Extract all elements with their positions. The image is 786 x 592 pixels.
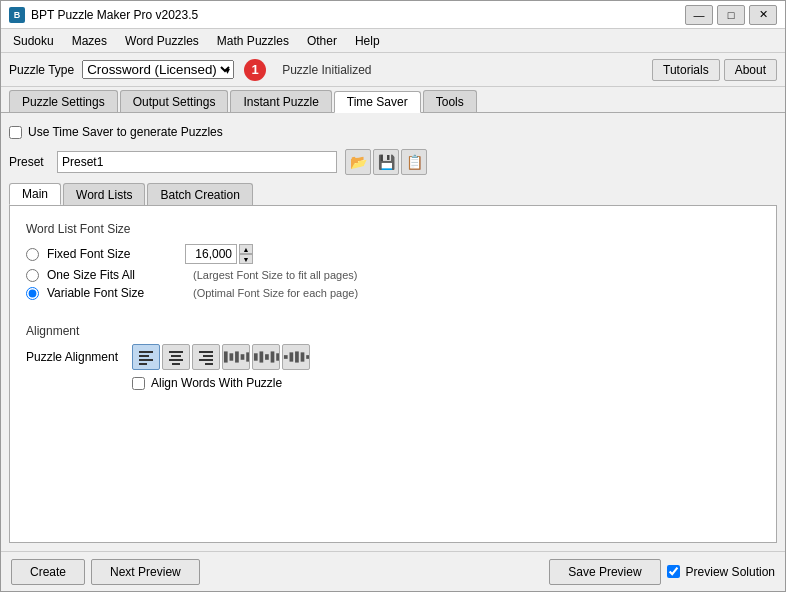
spinner-up-button[interactable]: ▲ — [239, 244, 253, 254]
svg-rect-7 — [172, 363, 180, 365]
preview-solution-checkbox[interactable] — [667, 565, 680, 578]
spinner-down-button[interactable]: ▼ — [239, 254, 253, 264]
svg-rect-5 — [171, 355, 181, 357]
one-size-row: One Size Fits All (Largest Font Size to … — [26, 268, 406, 282]
svg-rect-15 — [241, 354, 245, 360]
svg-rect-21 — [276, 353, 279, 360]
title-bar: B BPT Puzzle Maker Pro v2023.5 — □ ✕ — [1, 1, 785, 29]
align-words-label: Align Words With Puzzle — [151, 376, 282, 390]
preset-label: Preset — [9, 155, 49, 169]
svg-rect-1 — [139, 355, 149, 357]
puzzle-type-label: Puzzle Type — [9, 63, 74, 77]
content-area: Use Time Saver to generate Puzzles Prese… — [1, 113, 785, 551]
align-bar3-button[interactable] — [282, 344, 310, 370]
align-bar2-button[interactable] — [252, 344, 280, 370]
create-button[interactable]: Create — [11, 559, 85, 585]
menu-sudoku[interactable]: Sudoku — [5, 32, 62, 50]
svg-rect-10 — [199, 359, 213, 361]
align-bar1-button[interactable] — [222, 344, 250, 370]
svg-rect-4 — [169, 351, 183, 353]
tab-output-settings[interactable]: Output Settings — [120, 90, 229, 112]
fixed-font-size-radio[interactable] — [26, 248, 39, 261]
timesaver-row: Use Time Saver to generate Puzzles — [9, 121, 777, 145]
preset-input[interactable] — [57, 151, 337, 173]
svg-rect-20 — [271, 351, 275, 362]
inner-tabs-wrapper: Main Word Lists Batch Creation Word List… — [9, 183, 777, 543]
menu-mazes[interactable]: Mazes — [64, 32, 115, 50]
tab-puzzle-settings[interactable]: Puzzle Settings — [9, 90, 118, 112]
fixed-font-size-label: Fixed Font Size — [47, 247, 177, 261]
svg-rect-18 — [260, 351, 264, 362]
font-size-value-input[interactable] — [185, 244, 237, 264]
tabs-row: Puzzle Settings Output Settings Instant … — [1, 87, 785, 113]
close-button[interactable]: ✕ — [749, 5, 777, 25]
svg-rect-24 — [295, 351, 299, 362]
timesaver-checkbox[interactable] — [9, 126, 22, 139]
inner-tab-batch-creation[interactable]: Batch Creation — [147, 183, 252, 205]
word-list-font-size-title: Word List Font Size — [26, 222, 406, 236]
font-size-input-group: ▲ ▼ — [185, 244, 253, 264]
inner-tabs: Main Word Lists Batch Creation — [9, 183, 777, 206]
alignment-section: Alignment Puzzle Alignment — [26, 324, 760, 390]
svg-rect-19 — [265, 354, 269, 360]
optimal-font-hint: (Optimal Font Size for each page) — [193, 287, 358, 299]
align-words-checkbox[interactable] — [132, 377, 145, 390]
minimize-button[interactable]: — — [685, 5, 713, 25]
main-panel: Word List Font Size Fixed Font Size ▲ ▼ — [9, 206, 777, 543]
svg-rect-2 — [139, 359, 153, 361]
tab-time-saver[interactable]: Time Saver — [334, 91, 421, 113]
variable-font-size-label: Variable Font Size — [47, 286, 177, 300]
preset-saveas-button[interactable]: 📋 — [401, 149, 427, 175]
menu-help[interactable]: Help — [347, 32, 388, 50]
alignment-title: Alignment — [26, 324, 760, 338]
puzzle-type-select[interactable]: Crossword (Licensed) Word Search Sudoku … — [82, 60, 234, 79]
svg-rect-26 — [306, 355, 309, 359]
variable-font-size-row: Variable Font Size (Optimal Font Size fo… — [26, 286, 406, 300]
menu-other[interactable]: Other — [299, 32, 345, 50]
timesaver-label: Use Time Saver to generate Puzzles — [28, 125, 223, 139]
preset-save-button[interactable]: 💾 — [373, 149, 399, 175]
variable-font-size-radio[interactable] — [26, 287, 39, 300]
puzzle-initialized-label: Puzzle Initialized — [282, 63, 371, 77]
svg-rect-13 — [230, 353, 234, 360]
maximize-button[interactable]: □ — [717, 5, 745, 25]
svg-rect-17 — [254, 353, 258, 360]
font-size-section: Word List Font Size Fixed Font Size ▲ ▼ — [26, 222, 760, 304]
about-button[interactable]: About — [724, 59, 777, 81]
app-icon: B — [9, 7, 25, 23]
app-title: BPT Puzzle Maker Pro v2023.5 — [31, 8, 198, 22]
inner-tab-main[interactable]: Main — [9, 183, 61, 205]
tab-instant-puzzle[interactable]: Instant Puzzle — [230, 90, 331, 112]
menu-word-puzzles[interactable]: Word Puzzles — [117, 32, 207, 50]
tutorials-button[interactable]: Tutorials — [652, 59, 720, 81]
preview-solution-label: Preview Solution — [686, 565, 775, 579]
svg-rect-11 — [205, 363, 213, 365]
svg-rect-22 — [284, 355, 288, 359]
preview-solution-row: Preview Solution — [667, 565, 775, 579]
fixed-font-size-row: Fixed Font Size ▲ ▼ — [26, 244, 406, 264]
puzzle-alignment-label: Puzzle Alignment — [26, 350, 126, 364]
align-center-button[interactable] — [162, 344, 190, 370]
tab-tools[interactable]: Tools — [423, 90, 477, 112]
puzzle-alignment-row: Puzzle Alignment — [26, 344, 760, 370]
preset-open-button[interactable]: 📂 — [345, 149, 371, 175]
preset-icons: 📂 💾 📋 — [345, 149, 427, 175]
menu-math-puzzles[interactable]: Math Puzzles — [209, 32, 297, 50]
toolbar-right: Tutorials About — [652, 59, 777, 81]
svg-rect-0 — [139, 351, 153, 353]
align-words-row: Align Words With Puzzle — [26, 376, 760, 390]
svg-rect-14 — [235, 351, 239, 362]
window-controls: — □ ✕ — [685, 5, 777, 25]
one-size-radio[interactable] — [26, 269, 39, 282]
next-preview-button[interactable]: Next Preview — [91, 559, 200, 585]
svg-rect-8 — [199, 351, 213, 353]
align-right-button[interactable] — [192, 344, 220, 370]
save-preview-button[interactable]: Save Preview — [549, 559, 660, 585]
puzzle-type-select-wrapper: Crossword (Licensed) Word Search Sudoku … — [82, 60, 234, 79]
menu-bar: Sudoku Mazes Word Puzzles Math Puzzles O… — [1, 29, 785, 53]
svg-rect-3 — [139, 363, 147, 365]
align-left-button[interactable] — [132, 344, 160, 370]
svg-rect-12 — [224, 351, 228, 362]
inner-tab-word-lists[interactable]: Word Lists — [63, 183, 145, 205]
one-size-label: One Size Fits All — [47, 268, 177, 282]
